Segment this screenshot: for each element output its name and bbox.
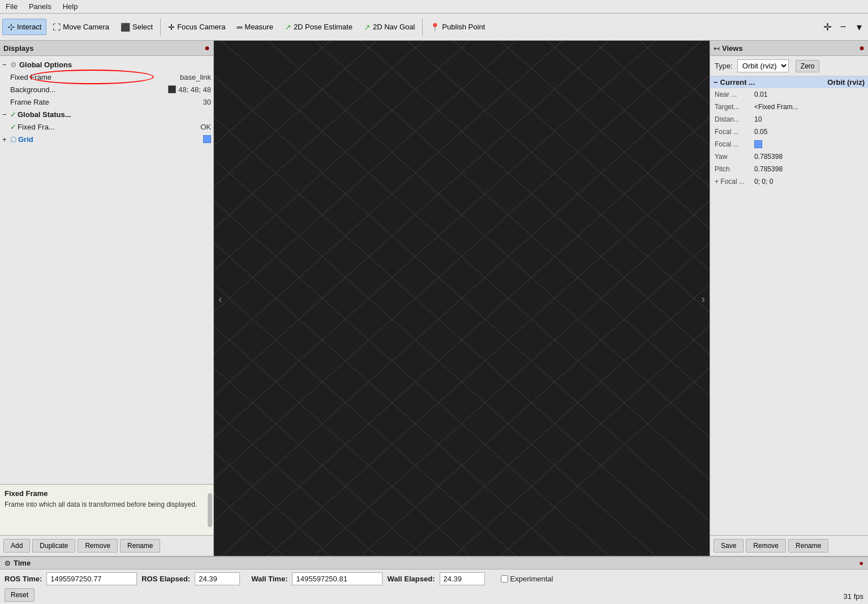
toolbar-add-icon[interactable]: ✛	[820, 20, 834, 34]
tree-item-grid[interactable]: + ⬡ Grid	[0, 133, 213, 145]
toolbar-measure-btn[interactable]: ═ Measure	[231, 20, 278, 34]
views-zero-btn[interactable]: Zero	[796, 60, 820, 72]
views-panel-title: Views	[722, 44, 743, 53]
focal2-label: Focal ...	[715, 140, 754, 148]
checkmark-global-status: ✓	[10, 110, 16, 119]
ros-elapsed-value: 24.39	[195, 572, 240, 585]
views-remove-button[interactable]: Remove	[746, 539, 786, 553]
fps-display: 31 fps	[839, 590, 868, 602]
main-content: Displays ● − ⚙ Global Options Fixed Fram…	[0, 41, 868, 556]
frame-rate-value: 30	[203, 98, 211, 106]
tree-toggle-global-options[interactable]: −	[2, 61, 10, 69]
toolbar-publish-point-btn[interactable]: 📍 Publish Point	[425, 20, 490, 34]
time-panel-close[interactable]: ●	[859, 559, 863, 567]
viewport-container: ‹ ›	[214, 41, 710, 556]
info-scrollbar-thumb[interactable]	[208, 493, 212, 527]
viewport-nav-right[interactable]: ›	[701, 292, 705, 305]
select-icon: ⬛	[121, 23, 130, 32]
toolbar-pose-estimate-btn[interactable]: ↗ 2D Pose Estimate	[280, 20, 358, 34]
displays-panel-buttons: Add Duplicate Remove Rename	[0, 535, 213, 556]
toolbar-minus-icon[interactable]: −	[836, 20, 850, 34]
tree-toggle-global-status[interactable]: −	[2, 110, 10, 119]
viewport-nav-left[interactable]: ‹	[218, 292, 222, 305]
tree-item-frame-rate[interactable]: Frame Rate 30	[0, 96, 213, 108]
toolbar-interact-btn[interactable]: ⊹ Interact	[2, 19, 46, 35]
tree-item-background[interactable]: Background... 48; 48; 48	[0, 83, 213, 96]
nav-goal-label: 2D Nav Goal	[373, 23, 415, 31]
wall-time-value: 1495597250.81	[292, 572, 383, 585]
menu-panels[interactable]: Panels	[27, 1, 54, 12]
views-row-focal-point[interactable]: + Focal ... 0; 0; 0	[710, 175, 868, 188]
views-panel-header: ↤ Views ●	[710, 41, 868, 56]
views-type-select[interactable]: Orbit (rviz)	[737, 59, 789, 72]
viewport[interactable]: ‹ ›	[214, 41, 710, 556]
views-row-near[interactable]: Near ... 0.01	[710, 88, 868, 101]
menu-file[interactable]: File	[3, 1, 20, 12]
views-panel-buttons: Save Remove Rename	[710, 535, 868, 556]
flag-icon: ↗	[364, 23, 371, 32]
tree-item-global-options[interactable]: − ⚙ Global Options	[0, 58, 213, 71]
views-row-distance[interactable]: Distan... 10	[710, 113, 868, 126]
pose-estimate-label: 2D Pose Estimate	[294, 23, 353, 31]
grid-label: Grid	[18, 135, 203, 144]
time-row-main: ROS Time: 1495597250.77 ROS Elapsed: 24.…	[0, 570, 868, 588]
views-save-button[interactable]: Save	[714, 539, 744, 553]
views-rename-button[interactable]: Rename	[788, 539, 828, 553]
pin-icon: 📍	[430, 23, 440, 32]
tree-item-fixed-fra-status[interactable]: ✓ Fixed Fra... OK	[0, 120, 213, 133]
displays-panel-header: Displays ●	[0, 41, 213, 56]
time-panel-title: ⊙ Time	[5, 559, 31, 567]
focal1-value: 0.05	[754, 128, 767, 136]
time-title: Time	[14, 559, 31, 567]
ros-time-value: 1495597250.77	[46, 572, 137, 585]
views-row-focal2[interactable]: Focal ...	[710, 138, 868, 150]
focal-point-value: 0; 0; 0	[754, 178, 773, 185]
duplicate-button[interactable]: Duplicate	[32, 539, 75, 553]
experimental-check[interactable]: Experimental	[501, 575, 553, 583]
views-panel-close-btn[interactable]: ●	[859, 43, 865, 53]
focal2-color-swatch[interactable]	[754, 140, 762, 148]
background-value: 48; 48; 48	[178, 85, 211, 94]
views-section-toggle[interactable]: −	[714, 78, 718, 87]
remove-button[interactable]: Remove	[78, 539, 118, 553]
tree-item-fixed-frame[interactable]: Fixed Frame base_link	[0, 71, 213, 83]
publish-point-label: Publish Point	[442, 23, 485, 31]
grid-color-swatch[interactable]	[203, 135, 211, 143]
tree-item-global-status[interactable]: − ✓ Global Status...	[0, 108, 213, 120]
background-label: Background...	[10, 85, 168, 94]
tree-toggle-grid[interactable]: +	[2, 135, 10, 144]
fixed-fra-label: Fixed Fra...	[18, 123, 200, 131]
views-section-type: Orbit (rviz)	[827, 78, 865, 87]
distance-value: 10	[754, 115, 762, 123]
pitch-label: Pitch	[715, 165, 754, 173]
experimental-checkbox[interactable]	[501, 575, 508, 583]
pin-views-icon: ↤	[714, 44, 720, 53]
toolbar-more-icon[interactable]: ▾	[852, 20, 866, 34]
views-section-header[interactable]: − Current ... Orbit (rviz)	[710, 76, 868, 88]
toolbar-nav-goal-btn[interactable]: ↗ 2D Nav Goal	[359, 20, 420, 34]
views-type-row: Type: Orbit (rviz) Zero	[710, 56, 868, 76]
measure-label: Measure	[244, 23, 273, 31]
near-value: 0.01	[754, 90, 767, 98]
toolbar-move-camera-btn[interactable]: ⛶ Move Camera	[48, 20, 114, 34]
views-row-yaw[interactable]: Yaw 0.785398	[710, 150, 868, 163]
clock-icon: ⊙	[5, 559, 10, 567]
interact-label: Interact	[17, 23, 41, 31]
toolbar-sep-1	[160, 19, 161, 36]
ros-time-label: ROS Time:	[5, 575, 42, 583]
views-row-focal1[interactable]: Focal ... 0.05	[710, 126, 868, 138]
displays-panel-title: Displays	[3, 44, 33, 53]
views-row-pitch[interactable]: Pitch 0.785398	[710, 163, 868, 175]
background-color-swatch[interactable]	[168, 85, 176, 93]
views-tree: − Current ... Orbit (rviz) Near ... 0.01…	[710, 76, 868, 535]
displays-panel-close-btn[interactable]: ●	[204, 43, 210, 53]
views-row-target[interactable]: Target... <Fixed Fram...	[710, 101, 868, 113]
rename-button[interactable]: Rename	[120, 539, 160, 553]
toolbar-focus-camera-btn[interactable]: ✛ Focus Camera	[163, 20, 230, 34]
toolbar-select-btn[interactable]: ⬛ Select	[115, 20, 158, 34]
info-title: Fixed Frame	[5, 489, 209, 498]
add-button[interactable]: Add	[3, 539, 30, 553]
menu-help[interactable]: Help	[61, 1, 80, 12]
reset-button[interactable]: Reset	[5, 588, 35, 602]
grid-viewport-svg	[214, 41, 710, 556]
